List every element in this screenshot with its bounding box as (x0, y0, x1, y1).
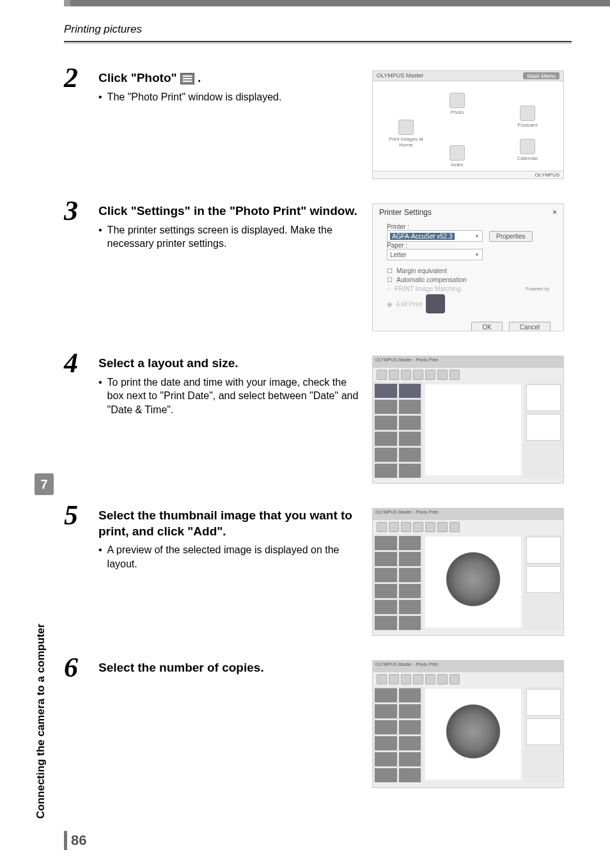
step-bullet: • To print the date and time with your i… (98, 375, 361, 417)
toolbar-icon[interactable] (425, 522, 435, 532)
thumbnail[interactable] (375, 616, 397, 630)
screenshot-layout-select: OLYMPUS Master - Photo Print (372, 356, 564, 484)
thumbnail[interactable] (399, 688, 421, 702)
step-number: 5 (64, 501, 87, 636)
layout-option[interactable] (526, 718, 561, 745)
thumbnail[interactable] (375, 432, 397, 446)
toolbar-icon[interactable] (389, 522, 399, 532)
toolbar-icon[interactable] (389, 370, 399, 380)
main-menu-button[interactable]: Main Menu (523, 72, 559, 79)
toolbar-icon[interactable] (389, 674, 399, 684)
thumbnail[interactable] (375, 768, 397, 782)
thumbnail[interactable] (399, 568, 421, 582)
toolbar-icon[interactable] (425, 370, 435, 380)
postcard-icon[interactable] (520, 106, 535, 121)
toolbar-icon[interactable] (377, 370, 387, 380)
chapter-number: 7 (35, 473, 54, 495)
toolbar-icon[interactable] (413, 370, 423, 380)
layout-option[interactable] (526, 414, 561, 441)
toolbar-icon[interactable] (450, 674, 460, 684)
step-5: 5 Select the thumbnail image that you wa… (64, 501, 572, 636)
layout-option[interactable] (526, 537, 561, 564)
photo-mode-icon[interactable] (450, 93, 465, 108)
thumbnail[interactable] (399, 552, 421, 566)
toolbar-icon[interactable] (450, 370, 460, 380)
step-number: 4 (64, 349, 87, 484)
chapter-side-tab: 7 Connecting the camera to a computer (35, 473, 54, 832)
paper-select[interactable]: Letter ▼ (387, 249, 483, 260)
toolbar-icon[interactable] (377, 674, 387, 684)
auto-compensation-checkbox-row[interactable]: ☐Automatic compensation (387, 276, 549, 283)
toolbar-icon[interactable] (437, 522, 448, 532)
thumbnail[interactable] (375, 736, 397, 750)
thumbnail[interactable] (375, 552, 397, 566)
thumbnail[interactable] (399, 720, 421, 734)
page-number-bar (64, 831, 67, 850)
bullet-text: To print the date and time with your ima… (107, 375, 361, 417)
toolbar-icon[interactable] (437, 370, 448, 380)
toolbar-icon[interactable] (413, 674, 423, 684)
ok-button[interactable]: OK (471, 322, 502, 331)
thumbnail[interactable] (399, 736, 421, 750)
thumbnail[interactable] (399, 752, 421, 766)
toolbar (373, 368, 563, 382)
thumbnail[interactable] (399, 616, 421, 630)
close-icon[interactable]: × (552, 208, 557, 217)
margin-checkbox-row[interactable]: ☐Margin equivalent (387, 267, 549, 274)
thumbnail[interactable] (399, 584, 421, 598)
thumbnail[interactable] (375, 688, 397, 702)
thumbnail[interactable] (375, 568, 397, 582)
toolbar-icon[interactable] (450, 522, 460, 532)
properties-button[interactable]: Properties (489, 231, 533, 242)
dialog-title: Printer Settings (379, 208, 432, 217)
thumbnail[interactable] (399, 704, 421, 718)
thumbnail-panel (373, 534, 423, 630)
toolbar-icon[interactable] (401, 370, 411, 380)
thumbnail[interactable] (399, 448, 421, 462)
toolbar-icon[interactable] (413, 522, 423, 532)
step-number: 6 (64, 654, 87, 788)
thumbnail[interactable] (399, 536, 421, 550)
thumbnail[interactable] (399, 464, 421, 478)
thumbnail[interactable] (399, 600, 421, 614)
thumbnail[interactable] (375, 416, 397, 430)
thumbnail[interactable] (399, 384, 421, 398)
thumbnail[interactable] (375, 384, 397, 398)
index-label: Index (438, 162, 476, 168)
preview-image (442, 548, 504, 611)
calendar-icon[interactable] (520, 139, 535, 154)
photo-grid-icon (180, 73, 194, 84)
thumbnail[interactable] (375, 464, 397, 478)
layout-option[interactable] (526, 566, 561, 593)
thumbnail[interactable] (399, 432, 421, 446)
paper-value: Letter (390, 251, 407, 258)
layout-option[interactable] (526, 689, 561, 716)
toolbar-icon[interactable] (437, 674, 448, 684)
thumbnail[interactable] (375, 600, 397, 614)
index-icon[interactable] (450, 145, 465, 161)
thumbnail[interactable] (399, 768, 421, 782)
exif-radio-row: ◉Exif Print (387, 294, 549, 313)
layout-option[interactable] (526, 384, 561, 411)
thumbnail[interactable] (375, 704, 397, 718)
step-2: 2 Click "Photo" . • The "Photo Print" wi… (64, 64, 572, 179)
thumbnail[interactable] (399, 416, 421, 430)
printer-select[interactable]: AGFA-AccuSet v52.3 ▼ (387, 230, 483, 242)
print-images-icon[interactable] (398, 120, 414, 135)
toolbar-icon[interactable] (401, 674, 411, 684)
toolbar-icon[interactable] (425, 674, 435, 684)
step-bullet: • A preview of the selected image is dis… (98, 543, 361, 571)
thumbnail[interactable] (375, 400, 397, 414)
thumbnail[interactable] (375, 536, 397, 550)
toolbar-icon[interactable] (401, 522, 411, 532)
thumbnail[interactable] (375, 720, 397, 734)
page-number: 86 (64, 831, 86, 850)
step-heading: Select the thumbnail image that you want… (98, 508, 361, 539)
cancel-button[interactable]: Cancel (509, 322, 551, 331)
thumbnail[interactable] (375, 584, 397, 598)
thumbnail[interactable] (375, 448, 397, 462)
toolbar-icon[interactable] (377, 522, 387, 532)
step-heading: Select the number of copies. (98, 660, 361, 676)
thumbnail[interactable] (399, 400, 421, 414)
thumbnail[interactable] (375, 752, 397, 766)
